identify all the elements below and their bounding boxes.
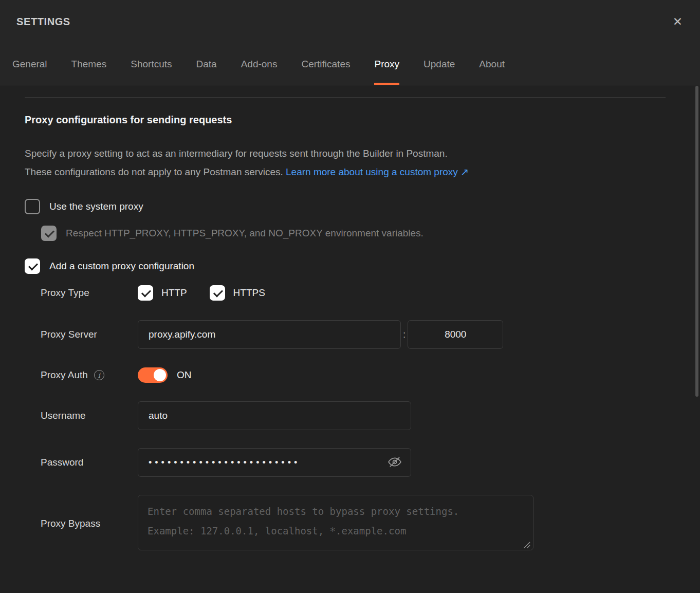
proxy-server-label: Proxy Server [41,329,138,340]
https-option: HTTPS [210,285,265,301]
password-row: Password [41,448,666,477]
proxy-auth-state: ON [177,369,192,381]
tab-add-ons[interactable]: Add-ons [241,43,278,85]
username-input[interactable] [138,401,411,430]
tab-shortcuts[interactable]: Shortcuts [131,43,172,85]
host-port-separator: : [403,329,406,340]
proxy-auth-toggle[interactable] [138,367,168,383]
section-heading: Proxy configurations for sending request… [25,114,666,126]
proxy-type-label: Proxy Type [41,287,138,299]
respect-env-label: Respect HTTP_PROXY, HTTPS_PROXY, and NO_… [66,228,423,239]
tab-themes[interactable]: Themes [71,43,107,85]
username-label: Username [41,410,138,421]
close-button[interactable]: ✕ [671,14,685,30]
password-label: Password [41,457,138,468]
custom-proxy-form: Proxy Type HTTP HTTPS Proxy Server : Pro… [25,285,666,552]
proxy-type-row: Proxy Type HTTP HTTPS [41,285,666,301]
http-option: HTTP [138,285,187,301]
close-icon: ✕ [673,15,683,28]
divider [25,97,666,98]
learn-more-link[interactable]: Learn more about using a custom proxy ↗ [286,166,469,177]
proxy-host-input[interactable] [138,320,401,349]
eye-off-icon [388,455,401,470]
https-checkbox[interactable] [210,285,225,301]
proxy-bypass-field [138,495,533,552]
tab-bar: General Themes Shortcuts Data Add-ons Ce… [0,43,700,85]
tab-proxy[interactable]: Proxy [374,43,399,85]
http-label: HTTP [161,287,187,299]
password-visibility-toggle[interactable] [387,454,402,471]
tab-certificates[interactable]: Certificates [301,43,350,85]
respect-env-checkbox[interactable] [41,226,57,241]
tab-data[interactable]: Data [196,43,217,85]
custom-proxy-checkbox[interactable] [25,258,40,274]
system-proxy-checkbox[interactable] [25,199,40,214]
password-input[interactable] [149,457,387,468]
http-checkbox[interactable] [138,285,153,301]
custom-proxy-label: Add a custom proxy configuration [49,261,194,272]
resize-handle[interactable] [524,542,530,548]
proxy-port-input[interactable] [408,320,503,349]
proxy-auth-row: Proxy Auth i ON [41,367,666,383]
tab-update[interactable]: Update [423,43,455,85]
https-label: HTTPS [233,287,265,299]
proxy-auth-label-text: Proxy Auth [41,369,88,381]
tab-general[interactable]: General [12,43,47,85]
dialog-title: SETTINGS [16,16,70,28]
system-proxy-label: Use the system proxy [49,201,143,212]
proxy-bypass-textarea[interactable] [138,495,533,550]
respect-env-row: Respect HTTP_PROXY, HTTPS_PROXY, and NO_… [41,226,666,241]
username-row: Username [41,401,666,430]
password-field [138,448,411,477]
vertical-scrollbar[interactable] [695,86,698,397]
settings-header: SETTINGS ✕ [0,0,700,43]
section-description: Specify a proxy setting to act as an int… [25,144,477,181]
proxy-settings-panel: Proxy configurations for sending request… [0,97,700,552]
proxy-bypass-row: Proxy Bypass [41,495,666,552]
system-proxy-row: Use the system proxy [25,199,666,214]
custom-proxy-row: Add a custom proxy configuration [25,258,666,274]
info-icon[interactable]: i [94,370,104,380]
proxy-bypass-label: Proxy Bypass [41,518,138,529]
tab-about[interactable]: About [479,43,505,85]
proxy-auth-label: Proxy Auth i [41,369,138,381]
proxy-server-row: Proxy Server : [41,320,666,349]
